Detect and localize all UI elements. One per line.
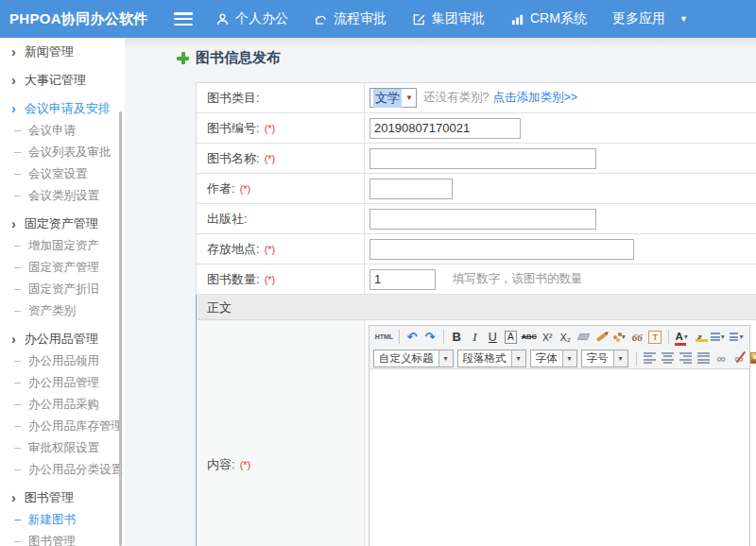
flow-approval-icon xyxy=(314,12,328,26)
nav-group-approval[interactable]: 集团审批 xyxy=(412,10,485,27)
sidebar-item[interactable]: –固定资产管理 xyxy=(0,257,125,278)
unlink-icon[interactable]: ∞ xyxy=(731,350,747,367)
sidebar-item-label: 会议类别设置 xyxy=(28,185,99,206)
sidebar-item-label: 图书管理 xyxy=(28,531,76,546)
font-family-select[interactable]: 字体▾ xyxy=(530,350,577,367)
caret-down-icon: ▾ xyxy=(721,333,725,341)
sidebar-group-label: 新闻管理 xyxy=(25,42,74,62)
sidebar-group[interactable]: ›图书管理 xyxy=(0,487,125,508)
sidebar-item-label: 会议室设置 xyxy=(28,163,88,184)
required-mark: (*) xyxy=(240,183,251,195)
top-bar: PHPOA协同办公软件 个人办公 流程审批 集团审批 CRM系统 更多应用 ▼ xyxy=(0,0,756,38)
dash-icon: – xyxy=(14,257,21,278)
sidebar-item[interactable]: –会议申请 xyxy=(0,120,125,141)
sidebar-item-label: 审批权限设置 xyxy=(28,437,99,458)
paragraph-select[interactable]: 段落格式▾ xyxy=(457,350,526,367)
align-center-icon[interactable] xyxy=(660,350,675,367)
sidebar-item[interactable]: –会议类别设置 xyxy=(0,185,125,206)
sidebar-group[interactable]: ›大事记管理 xyxy=(0,70,125,91)
quantity-input[interactable] xyxy=(369,269,436,290)
font-size-select[interactable]: 字号▾ xyxy=(581,350,628,367)
sidebar-group[interactable]: ›办公用品管理 xyxy=(0,329,125,350)
hamburger-menu-icon[interactable] xyxy=(174,12,193,26)
blockquote-icon[interactable]: 66 xyxy=(629,328,644,346)
bold-icon[interactable]: B xyxy=(449,328,464,346)
align-left-icon[interactable] xyxy=(642,350,657,367)
category-select[interactable]: 文学 ▼ xyxy=(369,88,417,108)
sidebar-item[interactable]: –增加固定资产 xyxy=(0,235,125,256)
form-row-book-no: 图书编号: (*) xyxy=(196,113,756,144)
form-row-content: 内容: (*) HTML↶↷BIUAABCX²X₂▾66TA▾▾▾▾ 自定义标题… xyxy=(196,320,756,546)
required-mark: (*) xyxy=(265,153,276,164)
sidebar-item[interactable]: –图书管理 xyxy=(0,531,125,546)
field-label: 内容: (*) xyxy=(197,320,365,546)
sidebar-item-label: 固定资产折旧 xyxy=(28,279,99,299)
align-justify-icon[interactable] xyxy=(696,350,711,367)
book-number-input[interactable] xyxy=(369,118,521,139)
rich-text-editor: HTML↶↷BIUAABCX²X₂▾66TA▾▾▾▾ 自定义标题▾段落格式▾字体… xyxy=(369,325,750,546)
sidebar-item[interactable]: –办公用品领用 xyxy=(0,350,125,371)
sidebar-group[interactable]: ›会议申请及安排 xyxy=(0,98,125,119)
sidebar-group[interactable]: ›固定资产管理 xyxy=(0,213,125,234)
sidebar-item-label: 办公用品管理 xyxy=(28,372,99,393)
editor-toolbar-row2: 自定义标题▾段落格式▾字体▾字号▾∞∞ xyxy=(369,348,749,369)
book-name-input[interactable] xyxy=(369,148,596,169)
nav-label: CRM系统 xyxy=(530,10,587,27)
undo-icon[interactable]: ↶ xyxy=(404,328,420,346)
auto-typeset-icon[interactable]: ▾ xyxy=(611,328,627,346)
sidebar-scrollbar[interactable] xyxy=(119,111,122,546)
sidebar-item[interactable]: –办公用品采购 xyxy=(0,394,125,415)
image-icon[interactable] xyxy=(749,350,756,367)
font-box-icon[interactable]: A xyxy=(503,328,518,346)
section-header-body: 正文 xyxy=(196,295,756,320)
align-right-icon[interactable] xyxy=(678,350,693,367)
sidebar-item[interactable]: –固定资产折旧 xyxy=(0,279,125,299)
redo-icon[interactable]: ↷ xyxy=(422,328,438,346)
location-input[interactable] xyxy=(369,239,634,260)
dash-icon: – xyxy=(14,531,21,546)
highlight-color-icon[interactable]: ▾ xyxy=(692,328,707,346)
sidebar-item-label: 会议列表及审批 xyxy=(28,142,112,162)
italic-icon[interactable]: I xyxy=(467,328,482,346)
sidebar-item-label: 办公用品分类设置 xyxy=(28,459,123,480)
toolbar-separator xyxy=(443,330,444,344)
add-plus-icon xyxy=(177,52,189,64)
author-input[interactable] xyxy=(369,179,453,199)
caret-down-icon[interactable]: ▼ xyxy=(679,14,688,24)
sidebar-item[interactable]: –办公用品管理 xyxy=(0,372,125,393)
source-code-icon[interactable]: HTML xyxy=(375,328,394,346)
sidebar-group[interactable]: ›新闻管理 xyxy=(0,42,125,62)
underline-icon[interactable]: U xyxy=(485,328,500,346)
add-category-link[interactable]: 点击添加类别>> xyxy=(492,90,577,106)
eraser-icon[interactable] xyxy=(576,328,591,346)
nav-label: 更多应用 xyxy=(612,10,665,27)
superscript-icon[interactable]: X² xyxy=(540,328,555,346)
sidebar-item-label: 增加固定资产 xyxy=(28,235,99,256)
format-brush-icon[interactable] xyxy=(593,328,609,346)
chevron-right-icon: › xyxy=(11,99,16,118)
sidebar-item[interactable]: –会议室设置 xyxy=(0,163,125,184)
sidebar-item[interactable]: –会议列表及审批 xyxy=(0,142,125,162)
paste-text-icon[interactable]: T xyxy=(647,328,662,346)
nav-more-apps[interactable]: 更多应用 xyxy=(612,10,665,27)
sidebar-item[interactable]: –审批权限设置 xyxy=(0,437,125,458)
sidebar-item[interactable]: –新建图书 xyxy=(0,509,125,530)
font-color-icon[interactable]: A▾ xyxy=(674,328,689,346)
sidebar-item[interactable]: –办公用品分类设置 xyxy=(0,459,125,480)
sidebar-item[interactable]: –办公用品库存管理 xyxy=(0,416,125,436)
subscript-icon[interactable]: X₂ xyxy=(558,328,573,346)
heading-select[interactable]: 自定义标题▾ xyxy=(373,350,454,367)
field-label: 出版社: xyxy=(197,204,365,233)
dash-icon: – xyxy=(14,459,21,480)
publisher-input[interactable] xyxy=(369,209,596,230)
nav-personal-office[interactable]: 个人办公 xyxy=(215,10,288,27)
editor-content-area[interactable] xyxy=(369,369,749,546)
unordered-list-icon[interactable]: ▾ xyxy=(729,328,745,346)
ordered-list-icon[interactable]: ▾ xyxy=(710,328,726,346)
nav-crm-system[interactable]: CRM系统 xyxy=(510,10,587,27)
sidebar-item[interactable]: –资产类别 xyxy=(0,300,125,321)
required-mark: (*) xyxy=(240,459,251,470)
strikethrough-icon[interactable]: ABC xyxy=(521,328,537,346)
link-icon[interactable]: ∞ xyxy=(713,350,729,367)
nav-process-approval[interactable]: 流程审批 xyxy=(314,10,387,27)
